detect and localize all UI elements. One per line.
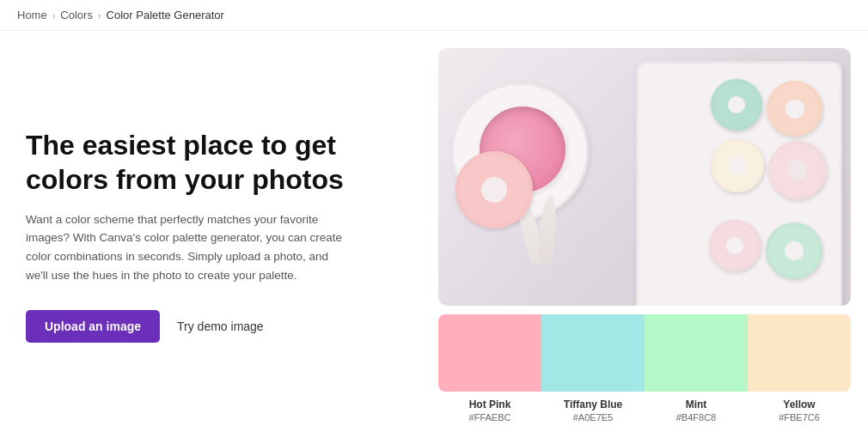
donut-6 — [709, 220, 761, 271]
breadcrumb-colors[interactable]: Colors — [60, 9, 93, 21]
spoon-2 — [537, 194, 559, 264]
breadcrumb-chevron-1: › — [52, 10, 56, 21]
color-label-0: Hot Pink#FFAEBC — [438, 399, 541, 423]
donut-1 — [767, 81, 822, 137]
color-hex-1: #A0E7E5 — [541, 412, 645, 423]
donut-5 — [766, 222, 822, 279]
tray — [636, 61, 842, 306]
color-swatch-3[interactable] — [748, 314, 851, 392]
donut-4 — [711, 139, 764, 192]
color-palette: Hot Pink#FFAEBCTiffany Blue#A0E7E5Mint#B… — [438, 314, 851, 423]
breadcrumb-chevron-2: › — [98, 10, 101, 21]
hero-description: Want a color scheme that perfectly match… — [26, 210, 352, 284]
color-label-3: Yellow#FBE7C6 — [748, 399, 851, 423]
color-swatch-1[interactable] — [541, 314, 645, 392]
breadcrumb: Home › Colors › Color Palette Generator — [0, 0, 868, 31]
color-label-2: Mint#B4F8C8 — [645, 399, 748, 423]
color-labels: Hot Pink#FFAEBCTiffany Blue#A0E7E5Mint#B… — [438, 399, 851, 423]
main-layout: The easiest place to get colors from you… — [0, 31, 868, 431]
color-swatch-0[interactable] — [438, 314, 541, 392]
donut-scene — [438, 48, 851, 306]
color-swatch-2[interactable] — [645, 314, 748, 392]
color-label-1: Tiffany Blue#A0E7E5 — [541, 399, 645, 423]
try-demo-button[interactable]: Try demo image — [177, 319, 264, 333]
left-panel: The easiest place to get colors from you… — [0, 31, 438, 431]
color-hex-3: #FBE7C6 — [748, 412, 851, 423]
breadcrumb-home[interactable]: Home — [17, 9, 47, 21]
donut-main — [455, 151, 533, 228]
breadcrumb-current: Color Palette Generator — [107, 9, 224, 21]
color-name-0: Hot Pink — [438, 399, 541, 411]
upload-image-button[interactable]: Upload an image — [26, 310, 160, 343]
color-name-3: Yellow — [748, 399, 851, 411]
hero-title: The easiest place to get colors from you… — [26, 128, 404, 197]
right-panel: Hot Pink#FFAEBCTiffany Blue#A0E7E5Mint#B… — [438, 31, 868, 431]
color-swatches — [438, 314, 851, 392]
color-hex-0: #FFAEBC — [438, 412, 541, 423]
hero-image — [438, 48, 851, 306]
color-name-1: Tiffany Blue — [541, 399, 645, 411]
donut-3 — [768, 141, 827, 199]
cta-buttons: Upload an image Try demo image — [26, 310, 404, 343]
color-name-2: Mint — [645, 399, 748, 411]
donut-2 — [711, 79, 762, 131]
color-hex-2: #B4F8C8 — [645, 412, 748, 423]
